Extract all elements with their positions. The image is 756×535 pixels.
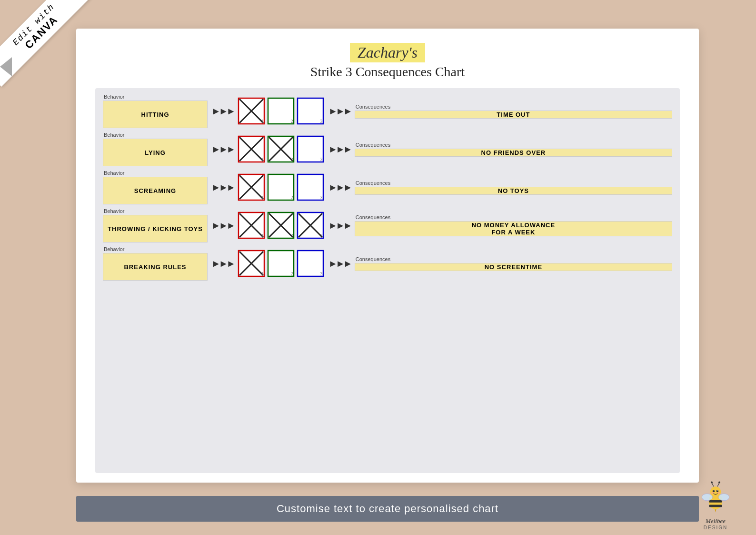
strike-box: 3 (297, 97, 324, 125)
main-card: Zachary's Strike 3 Consequences Chart Be… (76, 29, 699, 483)
strike-boxes: 123 (238, 212, 324, 239)
consequence-box: NO SCREENTIME (355, 263, 672, 271)
strike-boxes: 123 (238, 250, 324, 277)
bee-icon (696, 477, 735, 515)
arrows-right: ►►► (328, 220, 350, 231)
svg-point-37 (714, 491, 715, 492)
svg-rect-11 (298, 136, 323, 162)
svg-rect-30 (298, 251, 323, 276)
ribbon-inner: Edit with CANVA (0, 0, 96, 87)
arrows-left: ►►► (211, 182, 234, 193)
consequence-box: NO MONEY ALLOWANCE FOR A WEEK (355, 221, 672, 236)
chart-row: BehaviorSCREAMING►►►123►►►ConsequencesNO… (103, 170, 672, 204)
consequence-label: Consequences (356, 256, 672, 262)
arrows-right: ►►► (328, 258, 350, 269)
consequence-label: Consequences (356, 104, 672, 110)
svg-line-41 (717, 483, 719, 487)
strike-box: 3 (297, 250, 324, 277)
arrows-left: ►►► (211, 106, 234, 117)
svg-rect-16 (298, 174, 323, 200)
svg-rect-29 (268, 251, 294, 276)
behavior-label: Behavior (104, 208, 208, 214)
strike-box: 1 (238, 212, 265, 239)
consequence-label: Consequences (356, 180, 672, 186)
strike-box: 1 (238, 97, 265, 125)
behavior-box: BREAKING RULES (103, 253, 208, 281)
strike-box: 3 (297, 212, 324, 239)
arrows-right: ►►► (328, 182, 350, 193)
strike-box: 1 (238, 250, 265, 277)
chart-area: BehaviorHITTING►►►123►►►ConsequencesTIME… (95, 88, 680, 473)
strike-box: 3 (297, 135, 324, 163)
strike-box: 3 (297, 173, 324, 201)
consequence-box: NO FRIENDS OVER (355, 149, 672, 157)
ribbon-corner: Edit with CANVA (0, 0, 105, 105)
behavior-box: SCREAMING (103, 177, 208, 204)
behavior-label: Behavior (104, 94, 208, 100)
chart-row: BehaviorBREAKING RULES►►►123►►►Consequen… (103, 246, 672, 281)
chart-row: BehaviorLYING►►►123►►►ConsequencesNO FRI… (103, 132, 672, 166)
arrows-left: ►►► (211, 258, 234, 269)
bottom-banner: Customise text to create personalised ch… (76, 496, 699, 522)
bee-brand-small: DESIGN (689, 525, 742, 530)
arrows-left: ►►► (211, 144, 234, 155)
title-subtitle: Strike 3 Consequences Chart (95, 64, 680, 80)
strike-box: 2 (267, 135, 295, 163)
title-name: Zachary's (350, 43, 425, 62)
bee-brand: Melibee (689, 517, 742, 525)
svg-marker-45 (715, 510, 716, 513)
behavior-label: Behavior (104, 170, 208, 176)
arrows-left: ►►► (211, 220, 234, 231)
consequence-box: NO TOYS (355, 187, 672, 195)
behavior-box: HITTING (103, 101, 208, 128)
svg-point-40 (711, 482, 713, 484)
svg-rect-33 (709, 505, 722, 507)
title-area: Zachary's Strike 3 Consequences Chart (95, 43, 680, 80)
svg-point-42 (718, 482, 720, 484)
strike-box: 1 (238, 173, 265, 201)
behavior-box: LYING (103, 139, 208, 166)
chart-row: BehaviorTHROWING / KICKING TOYS►►►123►►►… (103, 208, 672, 242)
svg-rect-3 (268, 98, 294, 124)
strike-box: 1 (238, 135, 265, 163)
arrows-right: ►►► (328, 106, 350, 117)
strike-box: 2 (267, 173, 295, 201)
consequence-label: Consequences (356, 214, 672, 220)
svg-rect-4 (298, 98, 323, 124)
strike-boxes: 123 (238, 135, 324, 163)
svg-point-46 (711, 492, 714, 494)
behavior-box: THROWING / KICKING TOYS (103, 215, 208, 242)
strike-box: 2 (267, 97, 295, 125)
svg-point-47 (717, 492, 720, 494)
svg-line-39 (712, 483, 714, 487)
svg-point-35 (713, 490, 715, 493)
svg-point-36 (716, 490, 719, 493)
svg-rect-15 (268, 174, 294, 200)
ribbon-triangle-left (0, 57, 12, 76)
svg-point-38 (717, 491, 718, 492)
arrows-right: ►►► (328, 144, 350, 155)
svg-point-43 (702, 494, 712, 501)
svg-rect-32 (709, 500, 722, 503)
consequence-box: TIME OUT (355, 111, 672, 119)
strike-box: 2 (267, 212, 295, 239)
svg-point-44 (718, 494, 729, 501)
strike-boxes: 123 (238, 173, 324, 201)
chart-row: BehaviorHITTING►►►123►►►ConsequencesTIME… (103, 94, 672, 128)
behavior-label: Behavior (104, 246, 208, 252)
bee-container: Melibee DESIGN (689, 477, 742, 530)
strike-boxes: 123 (238, 97, 324, 125)
strike-box: 2 (267, 250, 295, 277)
consequence-label: Consequences (356, 142, 672, 148)
behavior-label: Behavior (104, 132, 208, 138)
